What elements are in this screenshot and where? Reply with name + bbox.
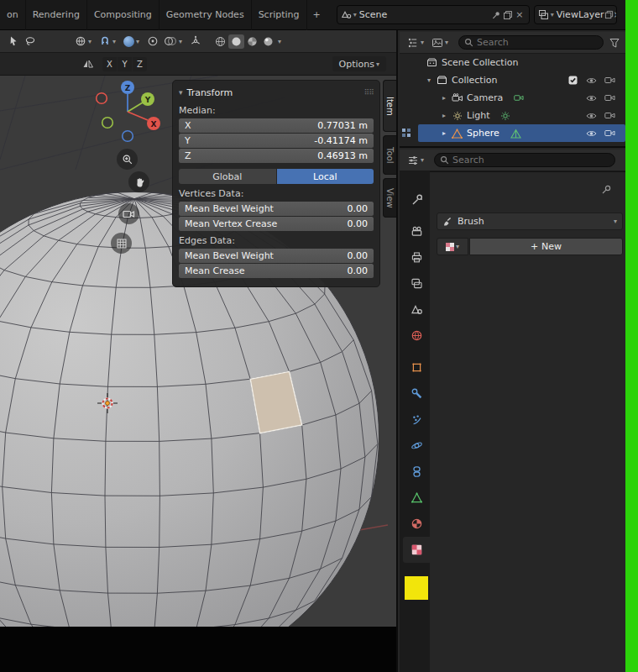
filter-funnel-icon[interactable] — [609, 37, 620, 49]
editor-type-icon[interactable] — [400, 127, 412, 139]
options-dropdown[interactable]: Options ▾ — [332, 56, 386, 71]
props-tab-particles[interactable] — [403, 407, 430, 433]
props-tab-render[interactable] — [403, 218, 430, 244]
expand-icon[interactable]: ▸ — [438, 129, 450, 137]
scene-selector[interactable]: ▾ Scene × — [337, 5, 530, 24]
props-tab-texture[interactable] — [403, 537, 430, 563]
shading-solid-button[interactable] — [228, 34, 244, 49]
props-tab-world[interactable] — [403, 323, 430, 349]
properties-search[interactable] — [434, 153, 615, 167]
props-tab-physics[interactable] — [403, 433, 430, 459]
new-scene-icon[interactable] — [502, 10, 514, 20]
selected-face[interactable] — [250, 371, 302, 433]
mirror-y-toggle[interactable]: Y — [118, 57, 132, 71]
pin-icon[interactable] — [600, 184, 612, 196]
remove-view-layer-icon[interactable]: × — [614, 9, 617, 20]
props-tab-object-data[interactable] — [403, 485, 430, 511]
props-tab-material[interactable] — [403, 511, 430, 537]
props-tab-view-layer[interactable] — [403, 270, 430, 297]
outliner-row-sphere[interactable]: ▸ Sphere — [418, 124, 625, 142]
brush-context-dropdown[interactable]: Brush ▾ — [437, 213, 623, 230]
outliner-row-light[interactable]: ▸ Light — [400, 107, 625, 124]
shading-rendered-button[interactable] — [260, 34, 276, 49]
global-button[interactable]: Global — [179, 169, 276, 184]
toggle-grid-button[interactable] — [111, 233, 132, 254]
outliner-filter-mode-dropdown[interactable]: ▾ — [429, 34, 451, 51]
expand-icon[interactable]: ▾ — [423, 76, 435, 84]
outliner-search[interactable] — [458, 35, 604, 50]
outliner-row-scene-collection[interactable]: Scene Collection — [400, 54, 625, 71]
pivot-point-icon[interactable] — [144, 33, 161, 50]
outliner-row-collection[interactable]: ▾ Collection — [400, 71, 625, 89]
disable-render-icon[interactable] — [600, 112, 619, 119]
disable-render-icon[interactable] — [600, 94, 619, 102]
mirror-z-toggle[interactable]: Z — [133, 57, 147, 71]
median-y-field[interactable]: Y -0.41174 m — [179, 134, 374, 148]
workspace-tab-animation[interactable]: on — [0, 0, 26, 30]
collapse-chevron-icon[interactable]: ▾ — [179, 88, 183, 97]
browse-texture-dropdown[interactable]: ▾ — [437, 238, 468, 255]
sidebar-tab-item[interactable]: Item — [383, 80, 396, 132]
props-tab-constraints[interactable] — [403, 459, 430, 485]
transform-orientation-dropdown[interactable]: ▾ — [72, 33, 94, 50]
proportional-editing-dropdown[interactable]: ▾ — [121, 33, 142, 50]
new-texture-button[interactable]: + New — [469, 238, 623, 255]
shading-wireframe-button[interactable] — [212, 34, 228, 49]
collection-checkbox-icon[interactable] — [563, 76, 582, 85]
median-z-field[interactable]: Z 0.46913 m — [179, 149, 374, 163]
mean-crease-field[interactable]: Mean Crease 0.00 — [179, 264, 374, 278]
props-tab-scene[interactable] — [403, 297, 430, 323]
sidebar-tab-tool[interactable]: Tool — [383, 135, 396, 175]
hide-eye-icon[interactable] — [582, 76, 600, 85]
gizmo-minus-y-axis[interactable] — [102, 118, 113, 129]
expand-icon[interactable]: ▸ — [438, 112, 450, 119]
hide-eye-icon[interactable] — [582, 112, 600, 120]
median-x-field[interactable]: X 0.77031 m — [179, 118, 374, 133]
gizmo-minus-z-axis[interactable] — [123, 131, 133, 142]
shading-dropdown-icon[interactable]: ▾ — [278, 38, 281, 45]
props-tab-output[interactable] — [403, 244, 430, 270]
color-swatch[interactable] — [405, 576, 428, 600]
disable-render-icon[interactable] — [600, 129, 619, 137]
gizmo-minus-x-axis[interactable] — [97, 93, 107, 104]
hide-eye-icon[interactable] — [582, 129, 600, 138]
snap-dropdown[interactable]: ▾ — [97, 33, 118, 50]
workspace-tab-rendering[interactable]: Rendering — [26, 0, 87, 30]
disable-render-icon[interactable] — [600, 76, 619, 84]
unlink-scene-icon[interactable]: × — [514, 9, 526, 20]
workspace-tab-compositing[interactable]: Compositing — [87, 0, 160, 30]
outliner-display-mode-dropdown[interactable]: ▾ — [405, 34, 426, 51]
props-tab-modifiers[interactable] — [403, 381, 430, 407]
mirror-x-toggle[interactable]: X — [102, 57, 117, 71]
local-button[interactable]: Local — [277, 169, 374, 184]
lasso-select-icon[interactable] — [22, 33, 39, 50]
properties-editor-type-dropdown[interactable]: ▾ — [405, 151, 426, 169]
tweak-tool-icon[interactable] — [5, 33, 22, 50]
workspace-tab-scripting[interactable]: Scripting — [252, 0, 307, 30]
panel-drag-grip[interactable]: ⠿⠿ — [364, 88, 374, 97]
zoom-button[interactable] — [117, 149, 138, 170]
properties-search-input[interactable] — [452, 155, 609, 165]
mean-bevel-weight-vertex-field[interactable]: Mean Bevel Weight 0.00 — [179, 202, 374, 216]
workspace-tab-geometry-nodes[interactable]: Geometry Nodes — [160, 0, 252, 30]
camera-view-button[interactable] — [118, 203, 139, 224]
viewport-3d[interactable]: Z Y X ▾ Transform ⠿⠿ — [0, 76, 396, 627]
shading-material-button[interactable] — [244, 34, 260, 49]
pan-hand-button[interactable] — [128, 171, 149, 192]
props-tab-object[interactable] — [403, 354, 430, 381]
new-view-layer-icon[interactable] — [604, 10, 614, 19]
navigation-gizmo[interactable]: Z Y X — [88, 77, 172, 150]
mean-vertex-crease-field[interactable]: Mean Vertex Crease 0.00 — [179, 217, 374, 231]
hide-eye-icon[interactable] — [582, 94, 600, 102]
view-layer-selector[interactable]: ▾ ViewLayer × — [534, 5, 617, 24]
sidebar-tab-view[interactable]: View — [383, 178, 396, 218]
mean-bevel-weight-edge-field[interactable]: Mean Bevel Weight 0.00 — [179, 249, 374, 263]
props-tab-tool[interactable] — [403, 186, 430, 213]
overlays-dropdown[interactable]: ▾ — [161, 33, 185, 50]
add-workspace-button[interactable]: + — [307, 9, 327, 20]
expand-icon[interactable]: ▸ — [438, 94, 450, 102]
pin-icon[interactable] — [490, 10, 502, 20]
outliner-row-camera[interactable]: ▸ Camera — [400, 89, 625, 107]
outliner-search-input[interactable] — [477, 37, 598, 48]
3d-cursor[interactable] — [97, 393, 118, 413]
